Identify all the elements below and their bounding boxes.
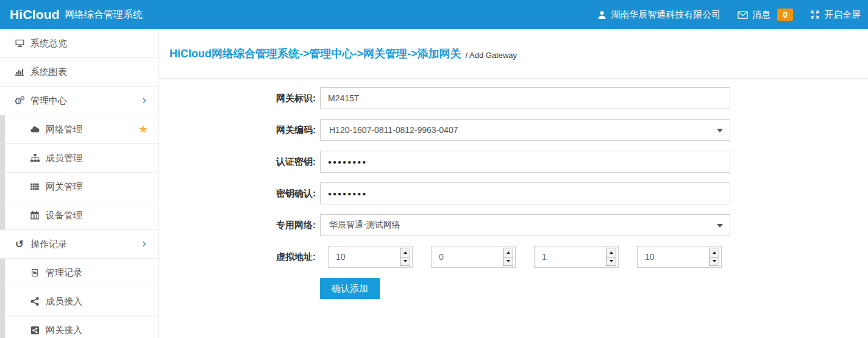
spin-up-button[interactable] — [400, 248, 410, 257]
topbar-right: 湖南华辰智通科技有限公司 消息 0 开启全屏 — [597, 9, 861, 21]
spin-up-button[interactable] — [503, 248, 513, 257]
history-icon: ↺ — [13, 239, 26, 250]
virtual-address-group: 10 0 1 — [320, 246, 722, 268]
bar-chart-icon — [13, 67, 26, 77]
page-header: HiCloud网络综合管理系统->管理中心->网关管理->添加网关 / Add … — [159, 29, 868, 79]
sidebar-item-label: 设备管理 — [46, 210, 82, 221]
sidebar-item-admin-records[interactable]: 管理记录 — [0, 259, 158, 287]
sitemap-icon — [29, 153, 41, 163]
gateway-id-label: 网关标识: — [259, 87, 316, 109]
sidebar-item-label: 管理记录 — [46, 267, 82, 279]
spin-down-button[interactable] — [400, 257, 410, 266]
form-row-gateway-code: 网关编码: H120-1607-0811-0812-9963-0407 — [259, 119, 868, 141]
private-network-select[interactable]: 华辰智通-测试网络 — [320, 214, 730, 236]
sidebar-item-gateway-management[interactable]: 网关管理 — [0, 173, 158, 201]
auth-key-label: 认证密钥: — [259, 151, 316, 173]
form-row-key-confirm: 密钥确认: — [259, 182, 868, 204]
breadcrumb-subtitle: / Add Gateway — [466, 48, 518, 60]
chevron-right-icon — [141, 98, 148, 104]
vip-octet-4-value: 10 — [645, 252, 655, 262]
sidebar-item-system-charts[interactable]: 系统图表 — [0, 58, 158, 87]
gateway-code-value: H120-1607-0811-0812-9963-0407 — [329, 125, 458, 135]
sidebar-item-label: 成员管理 — [46, 153, 82, 164]
form-row-gateway-id: 网关标识: — [259, 87, 868, 109]
spin-down-button[interactable] — [710, 257, 719, 266]
caret-down-icon — [717, 129, 723, 132]
sidebar-item-label: 网关接入 — [46, 325, 82, 336]
sidebar-item-member-management[interactable]: 成员管理 — [0, 144, 158, 173]
auth-key-input[interactable] — [320, 151, 730, 173]
sidebar-item-label: 成员接入 — [46, 296, 82, 307]
sidebar-item-label: 管理中心 — [30, 95, 67, 107]
vip-octet-3-input[interactable]: 1 — [534, 246, 619, 268]
number-spinner — [606, 248, 616, 266]
spin-down-button[interactable] — [503, 257, 513, 266]
spin-down-button[interactable] — [607, 257, 616, 266]
number-spinner — [503, 248, 513, 266]
number-spinner — [709, 248, 719, 266]
caret-down-icon — [717, 224, 723, 228]
company-menu[interactable]: 湖南华辰智通科技有限公司 — [597, 9, 720, 21]
vip-octet-1-value: 10 — [336, 252, 346, 262]
form-row-virtual-address: 虚拟地址: 10 0 1 — [259, 246, 868, 268]
sidebar-item-device-management[interactable]: 设备管理 — [0, 201, 158, 230]
sidebar-item-label: 网关管理 — [46, 181, 82, 193]
spin-up-button[interactable] — [607, 248, 616, 257]
gateway-code-select[interactable]: H120-1607-0811-0812-9963-0407 — [320, 119, 730, 141]
sidebar-item-gateway-access[interactable]: 网关接入 — [0, 316, 158, 338]
topbar: HiCloud 网络综合管理系统 湖南华辰智通科技有限公司 消息 0 — [0, 0, 868, 29]
number-spinner — [400, 248, 410, 266]
app-logo: HiCloud — [10, 7, 60, 22]
vip-octet-2-value: 0 — [439, 252, 444, 262]
confirm-add-button[interactable]: 确认添加 — [320, 278, 380, 299]
envelope-icon — [738, 10, 748, 20]
key-confirm-input[interactable] — [320, 182, 730, 204]
calendar-icon — [29, 210, 41, 220]
desktop-icon — [13, 38, 26, 48]
sidebar-item-label: 系统总览 — [30, 38, 67, 49]
sidebar-item-label: 网络管理 — [46, 124, 82, 135]
user-icon — [597, 10, 607, 20]
vip-octet-2-input[interactable]: 0 — [431, 246, 516, 268]
share-square-icon — [29, 326, 41, 335]
gears-icon: ⚙⚙ — [13, 96, 26, 106]
vip-octet-3-value: 1 — [542, 252, 547, 262]
virtual-address-label: 虚拟地址: — [259, 246, 316, 268]
star-icon[interactable]: ★ — [138, 124, 148, 135]
sidebar: 系统总览 系统图表 ⚙⚙ 管理中心 网络管理 ★ 成员管理 — [0, 29, 158, 338]
vip-octet-1-input[interactable]: 10 — [328, 246, 413, 268]
grid-icon — [29, 182, 41, 192]
sidebar-item-system-overview[interactable]: 系统总览 — [0, 29, 158, 58]
share-icon — [29, 297, 41, 306]
sidebar-item-operation-records[interactable]: ↺ 操作记录 — [0, 230, 158, 259]
vip-octet-4-input[interactable]: 10 — [637, 246, 722, 268]
sidebar-item-label: 操作记录 — [30, 239, 67, 250]
cloud-icon — [29, 125, 41, 134]
app-title: 网络综合管理系统 — [65, 9, 143, 21]
fullscreen-label: 开启全屏 — [824, 9, 861, 21]
private-network-value: 华辰智通-测试网络 — [329, 220, 400, 231]
gateway-id-input[interactable] — [320, 87, 730, 109]
messages-label: 消息 — [752, 9, 770, 21]
company-name: 湖南华辰智通科技有限公司 — [611, 9, 720, 21]
sidebar-item-member-access[interactable]: 成员接入 — [0, 287, 158, 316]
chevron-right-icon — [141, 241, 148, 248]
fullscreen-icon — [810, 10, 820, 20]
key-confirm-label: 密钥确认: — [259, 182, 316, 204]
spin-up-button[interactable] — [710, 248, 719, 257]
form-row-auth-key: 认证密钥: — [259, 151, 868, 173]
messages-count-badge: 0 — [777, 9, 793, 21]
sidebar-item-network-management[interactable]: 网络管理 ★ — [0, 115, 158, 144]
private-network-label: 专用网络: — [259, 214, 316, 236]
breadcrumb: HiCloud网络综合管理系统->管理中心->网关管理->添加网关 — [169, 46, 461, 61]
add-gateway-form: 网关标识: 网关编码: H120-1607-0811-0812-9963-040… — [159, 79, 868, 299]
sidebar-item-label: 系统图表 — [30, 67, 67, 78]
main-content: HiCloud网络综合管理系统->管理中心->网关管理->添加网关 / Add … — [159, 29, 868, 338]
gateway-code-label: 网关编码: — [259, 119, 316, 141]
messages-menu[interactable]: 消息 0 — [738, 9, 793, 21]
fullscreen-toggle[interactable]: 开启全屏 — [810, 9, 861, 21]
sidebar-item-admin-center[interactable]: ⚙⚙ 管理中心 — [0, 87, 158, 115]
document-icon — [29, 268, 41, 278]
form-row-private-network: 专用网络: 华辰智通-测试网络 — [259, 214, 868, 236]
